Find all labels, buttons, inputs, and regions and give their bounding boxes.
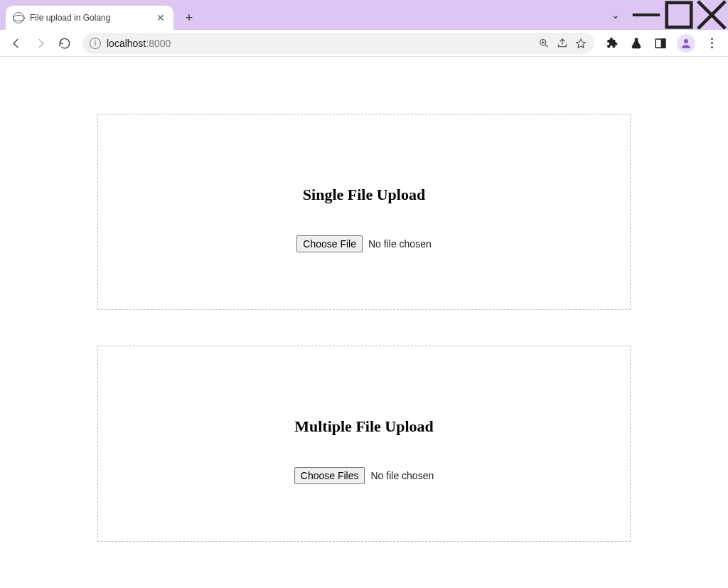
minimize-button[interactable]: [630, 0, 663, 30]
single-upload-box: Single File Upload Choose File No file c…: [97, 114, 631, 310]
profile-avatar[interactable]: [677, 34, 695, 53]
globe-icon: [13, 12, 24, 23]
svg-point-12: [684, 39, 688, 43]
single-file-status: No file chosen: [368, 238, 432, 250]
bookmark-icon[interactable]: [574, 37, 587, 50]
reload-button[interactable]: [54, 33, 75, 54]
svg-rect-1: [667, 3, 692, 28]
share-icon[interactable]: [556, 37, 569, 50]
close-tab-icon[interactable]: ✕: [155, 12, 166, 23]
new-tab-button[interactable]: +: [179, 8, 199, 28]
zoom-icon[interactable]: [537, 37, 550, 50]
address-bar[interactable]: i localhost:8000: [82, 33, 594, 54]
svg-rect-11: [662, 39, 665, 48]
site-info-icon[interactable]: i: [90, 38, 101, 49]
browser-tab[interactable]: File upload in Golang ✕: [6, 6, 173, 30]
page-content: Single File Upload Choose File No file c…: [0, 57, 728, 588]
window-titlebar: File upload in Golang ✕ + ⌄: [0, 0, 728, 30]
single-file-input[interactable]: Choose File No file chosen: [296, 235, 431, 252]
url-port: :8000: [146, 38, 171, 49]
maximize-button[interactable]: [663, 0, 695, 30]
svg-line-5: [545, 45, 547, 47]
browser-menu-button[interactable]: [701, 33, 722, 54]
svg-marker-8: [577, 39, 585, 48]
multiple-file-input[interactable]: Choose Files No file chosen: [294, 467, 434, 484]
url-text: localhost:8000: [107, 38, 532, 49]
chevron-down-icon[interactable]: ⌄: [601, 9, 630, 21]
url-host: localhost: [107, 38, 146, 49]
close-window-button[interactable]: [695, 0, 728, 30]
back-button[interactable]: [6, 33, 27, 54]
lab-icon[interactable]: [626, 33, 647, 54]
extensions-icon[interactable]: [601, 33, 623, 54]
forward-button[interactable]: [30, 33, 51, 54]
multiple-upload-box: Multiple File Upload Choose Files No fil…: [97, 346, 631, 542]
choose-files-button[interactable]: Choose Files: [294, 467, 365, 484]
multiple-upload-heading: Multiple File Upload: [294, 417, 434, 436]
tab-title: File upload in Golang: [30, 13, 149, 23]
multiple-file-status: No file chosen: [370, 470, 434, 481]
window-controls: ⌄: [601, 0, 728, 30]
choose-file-button[interactable]: Choose File: [296, 235, 363, 252]
browser-toolbar: i localhost:8000: [0, 30, 728, 57]
single-upload-heading: Single File Upload: [303, 186, 425, 204]
panel-icon[interactable]: [650, 33, 671, 54]
